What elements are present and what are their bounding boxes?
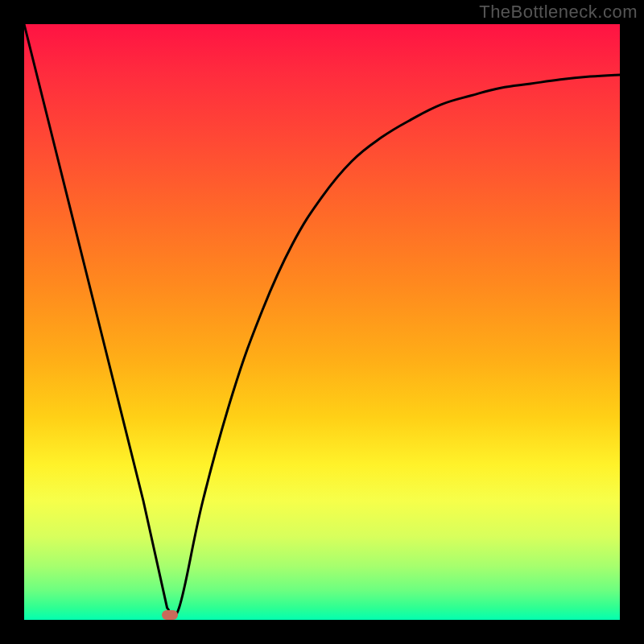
minimum-marker [162,610,178,620]
curve-path [24,24,620,617]
chart-frame: TheBottleneck.com [0,0,644,644]
bottleneck-curve [24,24,620,620]
watermark-text: TheBottleneck.com [479,2,638,23]
plot-area [24,24,620,620]
